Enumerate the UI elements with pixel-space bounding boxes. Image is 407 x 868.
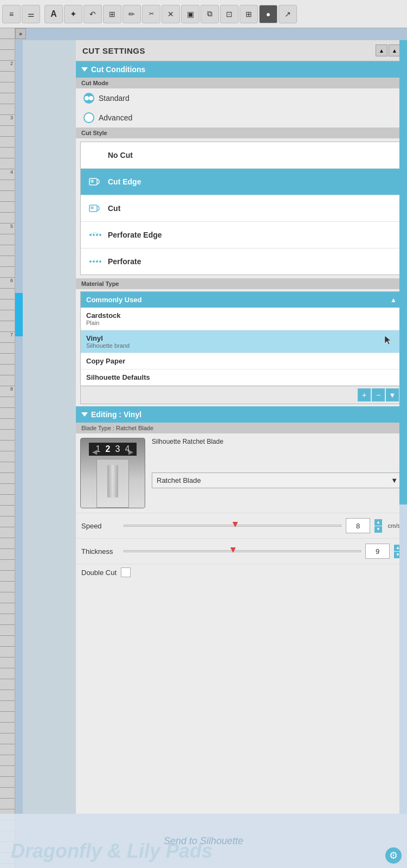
cut-style-no-cut[interactable]: No Cut: [81, 142, 402, 169]
cut-style-list: No Cut Cut Edge: [80, 142, 403, 275]
panel-scrollbar[interactable]: [399, 61, 407, 814]
section-triangle-icon: [81, 67, 88, 72]
material-list-header[interactable]: Commonly Used ▲: [81, 292, 402, 308]
panel-header: CUT SETTINGS ▲ ▲: [76, 40, 407, 61]
blade-numbers: ◀ 1 2 3 4 ▶: [89, 443, 137, 456]
material-footer: + − ▼: [81, 386, 402, 404]
blade-right-arrow-icon[interactable]: ▶: [128, 448, 133, 456]
thickness-slider[interactable]: [124, 543, 361, 559]
panel-body: Cut Conditions Cut Mode Standard Advance…: [76, 61, 407, 814]
toolbar-btn-lines[interactable]: ⚌: [22, 5, 40, 23]
panel-arrow-up[interactable]: ▲: [376, 44, 387, 56]
toolbar-btn-text[interactable]: A: [44, 5, 63, 23]
blade-visual: ◀ 1 2 3 4 ▶: [80, 438, 145, 508]
perforate-edge-icon: [87, 227, 102, 242]
speed-slider[interactable]: [124, 518, 341, 534]
double-cut-row[interactable]: Double Cut: [76, 564, 407, 580]
blade-body: [96, 459, 129, 508]
material-list-header-text: Commonly Used: [86, 296, 142, 304]
cut-edge-label: Cut Edge: [108, 177, 141, 186]
cardstock-sub: Plain: [86, 320, 397, 326]
blade-num-2: 2: [103, 444, 113, 454]
speed-value[interactable]: 8: [346, 518, 370, 533]
standard-radio-row[interactable]: Standard: [76, 88, 407, 108]
cut-style-perforate-edge[interactable]: Perforate Edge: [81, 222, 402, 248]
material-remove-button[interactable]: −: [372, 388, 385, 401]
blade-dropdown[interactable]: Ratchet Blade ▼: [152, 473, 403, 488]
vinyl-name: Vinyl: [86, 334, 397, 342]
ruler-mark-4: 4: [10, 169, 13, 175]
svg-point-6: [96, 234, 98, 236]
perforate-icon: [87, 254, 102, 269]
ruler-collapse-button[interactable]: »: [15, 28, 26, 39]
speed-down-button[interactable]: ▼: [374, 526, 382, 533]
svg-point-10: [96, 260, 98, 263]
advanced-radio-row[interactable]: Advanced: [76, 108, 407, 127]
perforate-edge-label: Perforate Edge: [108, 231, 162, 239]
blade-left-arrow-icon[interactable]: ◀: [92, 448, 97, 456]
cut-conditions-section: Cut Conditions Cut Mode Standard Advance…: [76, 61, 407, 275]
editing-section-triangle-icon: [81, 412, 88, 417]
toolbar-btn-star[interactable]: ✦: [64, 5, 82, 23]
thickness-slider-track: [124, 550, 361, 552]
blade-info: Silhouette Ratchet Blade Ratchet Blade ▼: [152, 438, 403, 488]
material-add-button[interactable]: +: [358, 388, 371, 401]
thickness-value[interactable]: 9: [365, 544, 390, 559]
blade-type-label: Blade Type : Ratchet Blade: [76, 423, 407, 433]
toolbar-btn-eraser[interactable]: ✕: [161, 5, 180, 23]
cut-conditions-header[interactable]: Cut Conditions: [76, 61, 407, 78]
advanced-radio[interactable]: [83, 112, 94, 123]
ruler-mark-3: 3: [10, 115, 13, 120]
ruler-mark-8: 8: [10, 386, 13, 392]
toolbar-btn-undo[interactable]: ↶: [83, 5, 102, 23]
thickness-slider-thumb: [230, 547, 236, 553]
blade-num-3: 3: [113, 444, 122, 454]
material-copy-paper[interactable]: Copy Paper: [81, 353, 402, 369]
toolbar-btn-arrow[interactable]: ↗: [279, 5, 297, 23]
silhouette-defaults-name: Silhouette Defaults: [86, 373, 397, 381]
panel-arrow-up2[interactable]: ▲: [389, 44, 400, 56]
material-list-arrow-icon: ▲: [390, 296, 397, 304]
thickness-row: Thickness 9 ▲ ▼: [76, 538, 407, 564]
material-silhouette-defaults[interactable]: Silhouette Defaults: [81, 369, 402, 386]
perforate-label: Perforate: [108, 257, 141, 266]
panel-title: CUT SETTINGS: [82, 46, 145, 55]
toolbar-btn-table[interactable]: ⊞: [240, 5, 258, 23]
ruler-mark-6: 6: [10, 278, 13, 283]
cut-conditions-title: Cut Conditions: [91, 65, 145, 74]
toolbar-btn-cut[interactable]: ✂: [142, 5, 160, 23]
vinyl-sub: Silhouette brand: [86, 342, 397, 349]
gear-area: ⚙: [385, 847, 402, 864]
canvas-area: [23, 40, 77, 814]
send-bar-text[interactable]: Send to Silhouette: [164, 835, 243, 847]
blue-accent: [15, 293, 23, 336]
panel-header-arrows: ▲ ▲: [376, 44, 400, 56]
toolbar-btn-block[interactable]: ▣: [181, 5, 199, 23]
toolbar-btn-pen[interactable]: ✏: [122, 5, 141, 23]
advanced-label: Advanced: [99, 113, 132, 122]
cut-mode-label: Cut Mode: [76, 78, 407, 88]
ruler-mark-5: 5: [10, 224, 13, 229]
editing-section-header[interactable]: Editing : Vinyl: [76, 406, 407, 423]
gear-icon[interactable]: ⚙: [385, 847, 402, 864]
standard-radio[interactable]: [83, 93, 94, 104]
toolbar-btn-grid[interactable]: ⊞: [103, 5, 121, 23]
material-down-arrow[interactable]: ▼: [386, 388, 399, 401]
toolbar-btn-dot[interactable]: ●: [259, 5, 277, 23]
cut-style-cut[interactable]: Cut: [81, 195, 402, 222]
material-vinyl[interactable]: Vinyl Silhouette brand: [81, 330, 402, 353]
speed-label: Speed: [81, 522, 119, 530]
toolbar-btn-hamburger[interactable]: ≡: [2, 5, 21, 23]
speed-slider-thumb: [232, 522, 238, 527]
speed-up-button[interactable]: ▲: [374, 519, 382, 526]
cut-style-cut-edge[interactable]: Cut Edge: [81, 169, 402, 195]
material-cardstock[interactable]: Cardstock Plain: [81, 308, 402, 330]
double-cut-checkbox[interactable]: [121, 567, 131, 577]
cut-style-perforate[interactable]: Perforate: [81, 248, 402, 275]
speed-spinner: ▲ ▼: [374, 519, 382, 533]
toolbar-btn-paste[interactable]: ⊡: [220, 5, 238, 23]
no-cut-icon: [87, 148, 102, 163]
panel-scrollbar-thumb[interactable]: [399, 61, 407, 505]
svg-point-8: [89, 260, 92, 263]
toolbar-btn-copy[interactable]: ⧉: [201, 5, 219, 23]
